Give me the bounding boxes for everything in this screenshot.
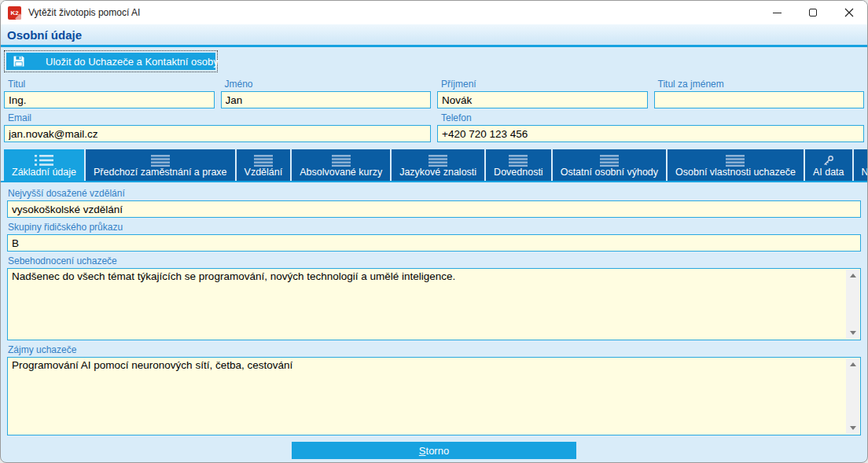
prijmeni-input[interactable] — [437, 91, 648, 108]
dialog-window: K2 Vytěžit životopis pomocí AI Osobní úd… — [0, 0, 868, 463]
field-titul: Titul — [4, 75, 215, 108]
tab-zakladni-udaje[interactable]: Základní údaje — [4, 149, 84, 181]
tab-predchozi-zamestnani[interactable]: Předchozí zaměstnání a praxe — [86, 149, 235, 181]
titul-input[interactable] — [4, 91, 215, 108]
tab-label: Vzdělání — [245, 167, 283, 178]
scroll-up-button[interactable] — [846, 358, 859, 370]
tab-absolvovane-kurzy[interactable]: Absolvované kurzy — [292, 149, 390, 181]
dialog-content: Uložit do Uchazeče a Kontaktní osoby Tit… — [1, 47, 867, 463]
scroll-down-button[interactable] — [846, 327, 859, 339]
tab-panel-zakladni-udaje: Nejvyšší dosažené vzdělání Skupiny řidič… — [1, 181, 867, 463]
tab-vzdelani[interactable]: Vzdělání — [237, 149, 291, 181]
close-icon — [844, 8, 854, 17]
storno-button[interactable]: Storno — [292, 442, 576, 459]
menu-lines-icon — [726, 154, 745, 167]
field-ridicsky-prukaz: Skupiny řidičského průkazu — [7, 218, 861, 252]
scroll-up-button[interactable] — [846, 270, 859, 281]
vertical-scrollbar[interactable] — [846, 270, 859, 339]
floppy-disk-icon — [13, 55, 25, 68]
tab-ai-data[interactable]: AI data — [805, 149, 852, 181]
jmeno-label: Jméno — [221, 79, 432, 90]
scroll-down-button[interactable] — [846, 422, 859, 434]
tab-label: Jazykové znalosti — [399, 167, 476, 178]
storno-label-rest: torno — [426, 445, 450, 457]
vertical-scrollbar[interactable] — [846, 358, 859, 434]
menu-lines-icon — [428, 154, 447, 167]
field-jmeno: Jméno — [221, 75, 432, 108]
tab-label: Osobní vlastnosti uchazeče — [675, 167, 796, 178]
tab-nastaveni[interactable]: Nastavení — [854, 149, 868, 181]
tab-jazykove-znalosti[interactable]: Jazykové znalosti — [392, 149, 484, 181]
tab-osobni-vlastnosti[interactable]: Osobní vlastnosti uchazeče — [668, 149, 804, 181]
maximize-button[interactable] — [795, 1, 831, 24]
k2-app-icon: K2 — [8, 6, 21, 20]
email-input[interactable] — [4, 125, 431, 142]
sebehodnoceni-textarea[interactable]: Nadšenec do všech témat týkajících se pr… — [7, 268, 861, 340]
tab-strip: Základní údaje Předchozí zaměstnání a pr… — [4, 149, 864, 181]
window-title: Vytěžit životopis pomocí AI — [28, 7, 140, 18]
titul-za-jmenem-label: Titul za jménem — [654, 79, 865, 90]
field-email: Email — [4, 108, 431, 142]
close-button[interactable] — [831, 1, 867, 24]
name-fields-row: Titul Jméno Příjmení Titul za jménem — [4, 75, 864, 108]
field-nejvyssi-vzdelani: Nejvyšší dosažené vzdělání — [7, 184, 861, 218]
titul-label: Titul — [4, 79, 215, 90]
tab-ostatni-osobni-vyhody[interactable]: Ostatní osobní výhody — [553, 149, 666, 181]
section-header-title: Osobní údaje — [7, 28, 82, 42]
arrow-up-icon — [850, 362, 856, 366]
save-button-focus-frame: Uložit do Uchazeče a Kontaktní osoby — [4, 50, 218, 72]
zajmy-text: Programování AI pomocí neuronových sítí,… — [12, 359, 841, 371]
menu-lines-icon — [509, 154, 528, 167]
titlebar: K2 Vytěžit životopis pomocí AI — [1, 1, 867, 24]
titul-za-jmenem-input[interactable] — [654, 91, 865, 108]
window-controls — [759, 1, 867, 24]
tab-label: Ostatní osobní výhody — [561, 167, 658, 178]
field-telefon: Telefon — [437, 108, 864, 142]
tab-label: Předchozí zaměstnání a praxe — [94, 167, 227, 178]
sebehodnoceni-text: Nadšenec do všech témat týkajících se pr… — [12, 270, 841, 282]
ridicsky-prukaz-input[interactable] — [7, 234, 861, 252]
minimize-button[interactable] — [759, 1, 795, 24]
nejvyssi-vzdelani-label: Nejvyšší dosažené vzdělání — [7, 188, 861, 199]
tab-dovednosti[interactable]: Dovednosti — [486, 149, 551, 181]
zajmy-textarea[interactable]: Programování AI pomocí neuronových sítí,… — [7, 357, 861, 435]
menu-lines-icon — [254, 154, 273, 167]
ridicsky-prukaz-label: Skupiny řidičského průkazu — [7, 222, 861, 233]
menu-lines-icon — [600, 154, 619, 167]
zajmy-label: Zájmy uchazeče — [7, 344, 861, 355]
sebehodnoceni-label: Sebehodnocení uchazeče — [7, 255, 861, 266]
menu-lines-icon — [332, 154, 351, 167]
key-icon — [822, 154, 834, 167]
telefon-label: Telefon — [437, 112, 864, 123]
dialog-footer: Storno — [7, 435, 861, 463]
prijmeni-label: Příjmení — [437, 79, 648, 90]
maximize-icon — [809, 9, 817, 17]
jmeno-input[interactable] — [221, 91, 432, 108]
tab-label: Absolvované kurzy — [300, 167, 382, 178]
storno-accelerator: S — [419, 445, 426, 457]
contact-fields-row: Email Telefon — [4, 108, 864, 142]
tab-label: AI data — [813, 167, 844, 178]
arrow-down-icon — [850, 426, 856, 430]
field-sebehodnoceni: Sebehodnocení uchazeče Nadšenec do všech… — [7, 252, 861, 340]
tab-label: Dovednosti — [494, 167, 543, 178]
minimize-icon — [773, 13, 782, 13]
email-label: Email — [4, 112, 431, 123]
tab-label: Základní údaje — [12, 167, 76, 178]
field-zajmy: Zájmy uchazeče Programování AI pomocí ne… — [7, 340, 861, 435]
field-prijmeni: Příjmení — [437, 75, 648, 108]
field-titul-za-jmenem: Titul za jménem — [654, 75, 865, 108]
bulleted-list-icon — [35, 154, 53, 167]
save-to-applicant-button[interactable]: Uložit do Uchazeče a Kontaktní osoby — [6, 53, 215, 70]
arrow-down-icon — [850, 331, 856, 335]
section-header: Osobní údaje — [1, 24, 867, 47]
telefon-input[interactable] — [437, 125, 864, 142]
arrow-up-icon — [850, 274, 856, 277]
save-button-label: Uložit do Uchazeče a Kontaktní osoby — [46, 56, 219, 68]
tab-label: Nastavení — [862, 167, 868, 178]
menu-lines-icon — [151, 154, 170, 167]
nejvyssi-vzdelani-input[interactable] — [7, 200, 861, 218]
